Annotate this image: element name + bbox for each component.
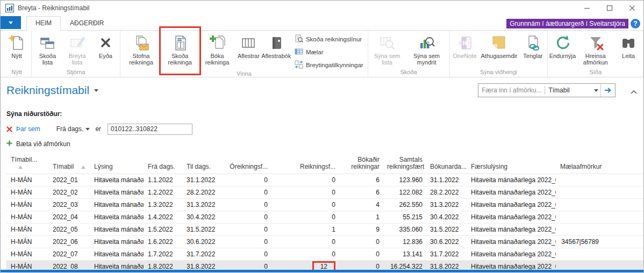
table-cell[interactable]: H-MÁN <box>6 236 48 248</box>
maximize-icon[interactable] <box>598 1 621 16</box>
column-header[interactable]: Samtals reikningsfært <box>383 154 426 174</box>
table-cell[interactable]: 0 <box>271 186 339 199</box>
table-row[interactable]: H-MÁN 2022_03 Hitaveita mánaðarl... 1.3.… <box>6 199 643 211</box>
table-cell[interactable]: Hitaveita mánaðarl... <box>90 236 144 248</box>
table-cell[interactable]: 9 <box>339 224 383 236</box>
table-cell[interactable]: Hitaveita mánaðarlega 2022_03 <box>467 199 556 211</box>
table-cell[interactable]: 31.1.2022 <box>182 174 223 186</box>
table-cell[interactable]: 30.4.2022 <box>426 211 467 224</box>
view-list-button[interactable]: Skoða lista <box>33 32 62 66</box>
table-cell[interactable]: 0 <box>339 236 383 248</box>
table-cell[interactable]: 262.550 <box>383 199 426 211</box>
page-title[interactable]: Reikningstímabil <box>6 84 89 97</box>
close-icon[interactable] <box>621 1 643 16</box>
view-invoice-lines-button[interactable]: Skoða reikningslínur <box>295 34 363 45</box>
quick-filter-input[interactable]: Færa inn í afmörku... <box>478 87 545 94</box>
table-cell[interactable]: 0 <box>223 174 271 186</box>
table-cell[interactable]: 55.215 <box>383 211 426 224</box>
table-cell[interactable]: 0 <box>223 186 271 199</box>
table-cell[interactable]: 30.6.2022 <box>426 236 467 248</box>
table-cell[interactable]: 34567|56789 <box>556 236 602 248</box>
table-cell[interactable] <box>556 224 602 236</box>
table-cell[interactable]: 1.3.2022 <box>144 199 182 211</box>
table-cell[interactable]: 0 <box>271 248 339 261</box>
column-header[interactable]: Reikningsf... <box>271 154 339 174</box>
delete-button[interactable]: Eyða <box>92 32 119 59</box>
table-cell[interactable]: 13.141 <box>383 248 426 261</box>
table-cell[interactable]: Hitaveita mánaðarl... <box>90 186 144 199</box>
clear-filter-button[interactable]: Hreinsa afmörkun <box>576 32 615 66</box>
table-cell[interactable]: Hitaveita mánaðarlega 2022_05 <box>467 224 556 236</box>
table-cell[interactable]: 122.082 <box>383 186 426 199</box>
table-cell[interactable]: 4 <box>339 199 383 211</box>
quick-filter-box[interactable]: Færa inn í afmörku... Tímabil <box>478 83 616 97</box>
create-invoices-button[interactable]: Stofna reikninga <box>121 32 160 66</box>
table-cell[interactable]: Hitaveita mánaðarl... <box>90 224 144 236</box>
notes-button[interactable]: Athugasemdir <box>479 32 520 59</box>
meters-button[interactable]: Mælar <box>295 47 363 58</box>
table-cell[interactable] <box>556 174 602 186</box>
table-cell[interactable]: 31.3.2022 <box>426 199 467 211</box>
application-menu-button[interactable] <box>1 16 21 29</box>
quick-filter-field-selector[interactable]: Tímabil <box>545 87 592 94</box>
new-button[interactable]: Nýtt <box>3 32 30 59</box>
table-cell[interactable]: 0 <box>223 248 271 261</box>
table-cell[interactable]: 1.4.2022 <box>144 211 182 224</box>
column-header[interactable]: Lýsing <box>90 154 144 174</box>
readings-button[interactable]: Aflestrar <box>235 32 262 59</box>
table-cell[interactable]: 0 <box>223 211 271 224</box>
table-cell[interactable]: 2022_03 <box>48 199 90 211</box>
help-icon[interactable]: ? <box>631 19 640 28</box>
column-header[interactable]: Tímabil <box>48 154 90 174</box>
table-cell[interactable]: 12.836 <box>383 236 426 248</box>
minimize-icon[interactable] <box>576 1 598 16</box>
table-cell[interactable]: 2022_07 <box>48 248 90 261</box>
table-cell[interactable]: 2022_02 <box>48 186 90 199</box>
filter-field-selector[interactable]: Frá dags. <box>56 125 84 133</box>
refresh-button[interactable]: Endurnýja <box>549 32 576 59</box>
table-cell[interactable]: 2022_01 <box>48 174 90 186</box>
table-cell[interactable]: Hitaveita mánaðarl... <box>90 248 144 261</box>
tab-adgerdir[interactable]: AÐGERÐIR <box>61 16 113 31</box>
table-cell[interactable] <box>556 248 602 261</box>
links-button[interactable]: Tenglar <box>519 32 546 59</box>
table-cell[interactable]: 31.7.2022 <box>182 248 223 261</box>
edit-list-button[interactable]: Breyta lista <box>62 32 92 66</box>
table-cell[interactable]: Hitaveita mánaðarl... <box>90 174 144 186</box>
table-cell[interactable]: 31.7.2022 <box>426 248 467 261</box>
table-cell[interactable] <box>556 199 602 211</box>
table-cell[interactable]: 0 <box>223 224 271 236</box>
table-cell[interactable]: Hitaveita mánaðarlega 2022_06 <box>467 236 556 248</box>
column-header[interactable]: Færslulýsing <box>467 154 556 174</box>
table-cell[interactable]: 1.2.2022 <box>144 186 182 199</box>
where-link[interactable]: Þar sem <box>16 125 40 133</box>
find-button[interactable]: Leita <box>615 32 642 59</box>
table-row[interactable]: H-MÁN 2022_01 Hitaveita mánaðarl... 1.1.… <box>6 174 643 186</box>
table-cell[interactable]: 2022_05 <box>48 224 90 236</box>
chevron-down-icon[interactable] <box>85 128 90 131</box>
table-cell[interactable]: 2022_06 <box>48 236 90 248</box>
show-as-list-button[interactable]: Sýna sem lista <box>369 32 405 66</box>
table-row[interactable]: H-MÁN 2022_06 Hitaveita mánaðarl... 1.6.… <box>6 236 643 248</box>
table-cell[interactable]: 0 <box>271 174 339 186</box>
table-cell[interactable]: 0 <box>271 199 339 211</box>
table-cell[interactable]: 0 <box>223 236 271 248</box>
table-cell[interactable]: 2022_04 <box>48 211 90 224</box>
column-header[interactable]: Óreikningsf... <box>223 154 271 174</box>
table-cell[interactable]: 31.5.2022 <box>182 224 223 236</box>
table-row[interactable]: H-MÁN 2022_07 Hitaveita mánaðarl... 1.7.… <box>6 248 643 261</box>
table-cell[interactable]: 0 <box>271 236 339 248</box>
table-cell[interactable]: H-MÁN <box>6 199 48 211</box>
table-cell[interactable]: Hitaveita mánaðarlega 2022_07 <box>467 248 556 261</box>
post-invoices-button[interactable]: Bóka reikninga <box>199 32 235 66</box>
table-cell[interactable]: H-MÁN <box>6 211 48 224</box>
table-cell[interactable]: H-MÁN <box>6 174 48 186</box>
table-cell[interactable]: H-MÁN <box>6 224 48 236</box>
column-header[interactable]: Til dags. <box>182 154 223 174</box>
table-cell[interactable]: 31.1.2022 <box>426 174 467 186</box>
apply-filter-arrow-icon[interactable] <box>600 84 615 97</box>
remove-filter-x-icon[interactable] <box>6 126 12 132</box>
table-cell[interactable] <box>556 186 602 199</box>
column-header[interactable]: Frá dags. <box>144 154 182 174</box>
table-cell[interactable]: 31.3.2022 <box>182 199 223 211</box>
